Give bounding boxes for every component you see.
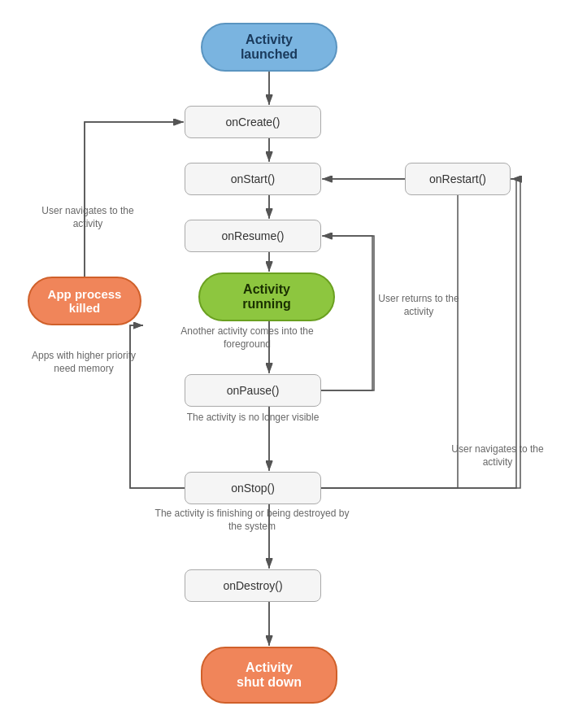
onstart-label: onStart()	[231, 172, 275, 185]
onrestart-label: onRestart()	[429, 172, 486, 185]
finishing-destroyed-label: The activity is finishing or being destr…	[150, 508, 354, 533]
apps-higher-priority-label: Apps with higher priority need memory	[23, 350, 145, 375]
oncreate-label: onCreate()	[226, 116, 280, 129]
ondestroy-label: onDestroy()	[223, 579, 282, 592]
ondestroy-node: onDestroy()	[185, 569, 321, 602]
onpause-node: onPause()	[185, 374, 321, 407]
onresume-label: onResume()	[221, 229, 284, 242]
onresume-node: onResume()	[185, 220, 321, 252]
no-longer-visible-label: The activity is no longer visible	[183, 412, 323, 425]
app-process-killed-node: App process killed	[28, 277, 141, 325]
activity-running-node: Activity running	[198, 272, 335, 321]
onrestart-node: onRestart()	[405, 163, 511, 195]
onpause-label: onPause()	[227, 384, 280, 397]
activity-shutdown-node: Activity shut down	[201, 647, 337, 704]
activity-running-label: Activity running	[242, 282, 291, 312]
another-activity-label: Another activity comes into the foregrou…	[177, 325, 317, 351]
user-returns-label: User returns to the activity	[374, 293, 463, 318]
onstop-label: onStop()	[231, 482, 275, 495]
activity-lifecycle-diagram: Activity launched onCreate() onStart() o…	[0, 0, 574, 728]
oncreate-node: onCreate()	[185, 106, 321, 138]
activity-launched-node: Activity launched	[201, 23, 337, 72]
app-process-killed-label: App process killed	[48, 287, 122, 315]
user-navigates-right-label: User navigates to the activity	[445, 443, 550, 469]
user-navigates-left-label: User navigates to the activity	[31, 205, 145, 230]
onstop-node: onStop()	[185, 472, 321, 504]
onstart-node: onStart()	[185, 163, 321, 195]
activity-launched-label: Activity launched	[241, 33, 298, 62]
activity-shutdown-label: Activity shut down	[237, 660, 302, 690]
